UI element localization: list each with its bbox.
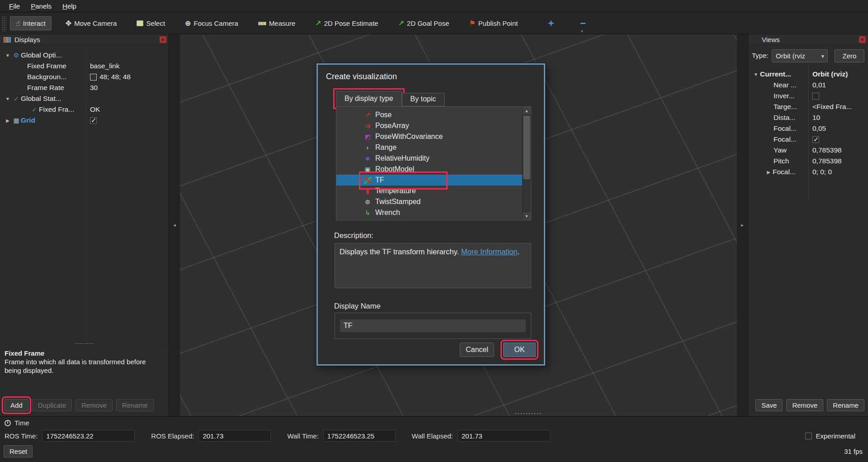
measure-tool[interactable]: Measure: [252, 16, 301, 30]
hand-icon: ☝: [16, 20, 20, 27]
row-value[interactable]: 0,01: [812, 81, 826, 89]
more-information-link[interactable]: More Information: [461, 248, 518, 256]
display-type-label: Temperature: [375, 187, 416, 195]
tree-expanded-icon[interactable]: ▼: [4, 96, 12, 101]
tree-row-global-stat[interactable]: ▼✓Global Stat...: [0, 93, 169, 104]
color-swatch[interactable]: [90, 74, 97, 81]
view-type-dropdown[interactable]: Orbit (rviz ▼: [772, 49, 828, 62]
row-value[interactable]: OK: [90, 105, 100, 114]
tree-collapsed-icon[interactable]: ▶: [4, 118, 12, 123]
display-type-label: RelativeHumidity: [375, 154, 429, 162]
rename-button[interactable]: Rename: [827, 399, 864, 411]
wall-time-field[interactable]: [323, 430, 396, 442]
checkbox-checked[interactable]: [90, 117, 97, 124]
toolbar-grip[interactable]: [2, 16, 6, 31]
add-tool-button[interactable]: +: [543, 18, 558, 29]
displays-panel-header[interactable]: Displays ✕: [0, 34, 169, 45]
display-type-robotmodel[interactable]: ▣RobotModel: [336, 164, 523, 175]
display-type-range[interactable]: ◗Range: [336, 142, 523, 153]
row-value[interactable]: 48; 48; 48: [99, 73, 131, 81]
row-value[interactable]: 10: [812, 114, 820, 122]
close-icon[interactable]: ✕: [859, 36, 866, 43]
2d-goal-pose-tool[interactable]: ↗2D Goal Pose: [392, 16, 455, 30]
tree-row-frame-rate[interactable]: Frame Rate30: [0, 82, 169, 93]
duplicate-button: Duplicate: [32, 399, 72, 411]
close-icon[interactable]: ✕: [160, 36, 166, 43]
experimental-checkbox[interactable]: [805, 433, 812, 439]
row-value[interactable]: base_link: [90, 62, 120, 70]
views-panel-header[interactable]: Views ✕: [748, 34, 868, 45]
green-arrow-icon: ↗: [398, 20, 404, 27]
2d-pose-estimate-tool[interactable]: ↗2D Pose Estimate: [309, 16, 384, 30]
remove-button: Remove: [75, 399, 113, 411]
tree-row-fixed-frame[interactable]: Fixed Framebase_link: [0, 61, 169, 71]
display-type-pose[interactable]: ↗Pose: [336, 110, 523, 120]
row-value[interactable]: 0,785398: [812, 157, 842, 165]
tab-by-display-type[interactable]: By display type: [336, 91, 402, 106]
row-value[interactable]: 0,05: [812, 124, 826, 133]
displays-buttons: AddDuplicateRemoveRename: [5, 399, 154, 411]
list-scrollbar[interactable]: ▲ ▼: [522, 107, 531, 220]
zero-button[interactable]: Zero: [835, 49, 864, 62]
publish-point-tool[interactable]: ⚑Publish Point: [463, 16, 524, 30]
display-type-label: TwistStamped: [375, 198, 420, 206]
save-button[interactable]: Save: [755, 399, 783, 411]
collapse-left-icon[interactable]: ◂: [173, 222, 176, 228]
menu-file[interactable]: File: [5, 1, 24, 11]
splitter-handle[interactable]: [514, 413, 542, 414]
display-type-wrench[interactable]: ↳Wrench: [336, 207, 523, 218]
display-type-relativehumidity[interactable]: ∗RelativeHumidity: [336, 153, 523, 164]
select-tool[interactable]: Select: [131, 16, 171, 30]
tree-row-grid[interactable]: ▶▦Grid: [0, 115, 169, 126]
row-value[interactable]: Orbit (rviz): [812, 70, 848, 78]
row-label: Focal...: [773, 168, 796, 176]
focus-camera-tool[interactable]: ⊕Focus Camera: [179, 16, 244, 30]
menu-help[interactable]: Help: [58, 1, 81, 11]
display-name-input[interactable]: [340, 319, 526, 333]
wall-elapsed-label: Wall Elapsed:: [412, 432, 453, 440]
tree-row-backgroun[interactable]: Backgroun...48; 48; 48: [0, 71, 169, 82]
add-button[interactable]: Add: [5, 399, 28, 411]
column-divider[interactable]: [808, 65, 809, 201]
remove-tool-button[interactable]: −▾: [576, 18, 590, 29]
tree-row-global-opti[interactable]: ▼⚙Global Opti...: [0, 50, 169, 61]
cancel-button[interactable]: Cancel: [460, 343, 494, 357]
tree-expanded-icon[interactable]: ▼: [4, 53, 12, 58]
tab-by-topic[interactable]: By topic: [402, 93, 445, 106]
display-type-twiststamped[interactable]: ⊙TwistStamped: [336, 196, 523, 207]
scrollbar-thumb[interactable]: [524, 116, 530, 179]
checkbox-unchecked[interactable]: [812, 93, 819, 100]
column-divider[interactable]: [86, 45, 86, 342]
scroll-up-icon[interactable]: ▲: [523, 107, 531, 115]
thermometer-icon: ▮: [363, 188, 373, 194]
menu-panels[interactable]: Panels: [26, 1, 56, 11]
row-value[interactable]: <Fixed Fra...: [812, 103, 852, 111]
ros-time-field[interactable]: [42, 430, 135, 442]
views-title: Views: [762, 36, 780, 43]
display-type-tf[interactable]: TF: [336, 175, 523, 186]
wall-elapsed-field[interactable]: [458, 430, 550, 442]
ok-button[interactable]: OK: [503, 343, 536, 357]
collapse-right-icon[interactable]: ▸: [741, 222, 744, 228]
interact-tool[interactable]: ☝Interact: [10, 16, 52, 30]
tree-row-fixed-fra[interactable]: ✓Fixed Fra...OK: [0, 104, 169, 115]
display-type-posearray[interactable]: ⇉PoseArray: [336, 120, 523, 131]
display-type-posewithcovariance[interactable]: ◩PoseWithCovariance: [336, 131, 523, 142]
checkbox-checked[interactable]: [812, 136, 819, 143]
views-tree: ▼Current...Orbit (rviz)Near ...0,01Inver…: [748, 65, 868, 201]
tree-collapsed-icon[interactable]: ▶: [764, 170, 773, 175]
tree-expanded-icon[interactable]: ▼: [752, 72, 760, 77]
row-value[interactable]: 0; 0; 0: [812, 168, 832, 176]
row-label: Backgroun...: [27, 73, 66, 81]
row-value[interactable]: 0,785398: [812, 146, 842, 154]
ros-elapsed-field[interactable]: [198, 430, 271, 442]
remove-button[interactable]: Remove: [786, 399, 823, 411]
row-value[interactable]: 30: [90, 84, 98, 92]
display-type-list: ▲ ▼ ↗Pose⇉PoseArray◩PoseWithCovariance◗R…: [336, 106, 531, 220]
scroll-down-icon[interactable]: ▼: [523, 212, 531, 220]
move-camera-tool[interactable]: ✥Move Camera: [60, 16, 123, 30]
time-panel-header[interactable]: Time: [0, 417, 868, 427]
reset-button[interactable]: Reset: [4, 445, 33, 457]
display-type-temperature[interactable]: ▮Temperature: [336, 186, 523, 196]
display-type-label: PoseArray: [375, 122, 409, 130]
